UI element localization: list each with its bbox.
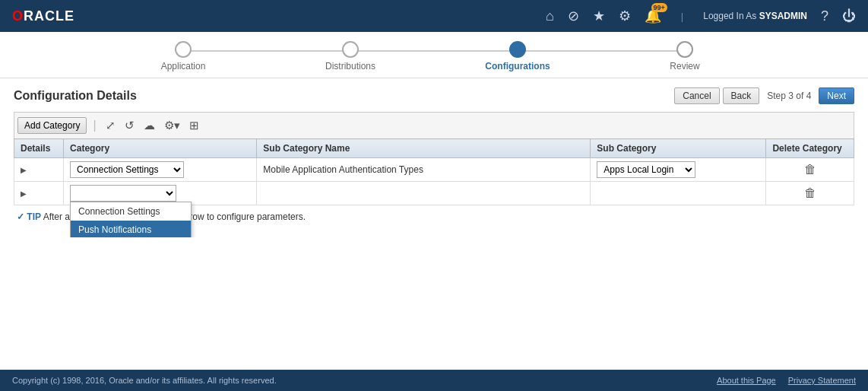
grid-icon[interactable]: ⊞	[186, 117, 202, 134]
page-title-bar: Configuration Details Cancel Back Step 3…	[14, 87, 854, 104]
page-content: Configuration Details Cancel Back Step 3…	[0, 78, 868, 237]
help-icon[interactable]: ?	[821, 8, 828, 24]
wizard-label-application: Application	[161, 61, 206, 72]
wizard-step-review[interactable]: Review	[601, 41, 768, 72]
row1-expand[interactable]: ▶	[14, 158, 64, 182]
wizard-step-configurations[interactable]: Configurations	[434, 41, 601, 72]
bell-icon[interactable]: 🔔 99+	[645, 8, 661, 24]
header-left: ORACLE	[12, 8, 74, 24]
wizard-label-distributions: Distributions	[325, 61, 375, 72]
table-row: ▶ Connection Settings Push Notifications	[14, 182, 854, 205]
wizard-step-application[interactable]: Application	[100, 41, 267, 72]
wizard-steps: Application Distributions Configurations…	[0, 32, 868, 78]
row1-sub-category: Apps Local Login	[591, 158, 766, 182]
row1-category: Connection Settings	[64, 158, 257, 182]
row1-delete[interactable]: 🗑	[766, 158, 854, 182]
dropdown-item-connection-settings[interactable]: Connection Settings	[71, 202, 191, 221]
category-dropdown-container: Connection Settings Push Notifications	[70, 185, 176, 202]
row2-sub-category	[591, 182, 766, 205]
wizard-circle-distributions	[342, 41, 359, 58]
delete-icon-2[interactable]: 🗑	[772, 186, 847, 200]
ban-icon[interactable]: ⊘	[568, 8, 579, 24]
configuration-table: Details Category Sub Category Name Sub C…	[14, 138, 854, 205]
toolbar: Add Category | ⤢ ↺ ☁ ⚙▾ ⊞	[14, 112, 854, 138]
table-row: ▶ Connection Settings Mobile Application…	[14, 158, 854, 182]
refresh-icon[interactable]: ↺	[122, 117, 138, 134]
th-delete: Delete Category	[766, 139, 854, 158]
next-button[interactable]: Next	[819, 87, 854, 104]
notification-badge: 99+	[651, 3, 667, 12]
header-icons: ⌂ ⊘ ★ ⚙ 🔔 99+ | Logged In As SYSADMIN ? …	[546, 8, 856, 24]
expand-icon[interactable]: ⤢	[103, 117, 119, 134]
category-select-2[interactable]	[70, 185, 176, 202]
row2-sub-category-name	[257, 182, 591, 205]
oracle-logo: ORACLE	[12, 8, 74, 24]
gear-icon[interactable]: ⚙	[619, 8, 631, 24]
add-category-button[interactable]: Add Category	[17, 117, 87, 134]
row2-expand[interactable]: ▶	[14, 182, 64, 205]
category-dropdown-menu: Connection Settings Push Notifications	[70, 202, 192, 237]
delete-icon-1[interactable]: 🗑	[772, 163, 847, 176]
page-title: Configuration Details	[14, 89, 137, 103]
expand-arrow-1[interactable]: ▶	[21, 166, 27, 174]
header-divider: |	[681, 11, 683, 22]
wizard-label-configurations: Configurations	[485, 61, 550, 72]
sub-category-select-1[interactable]: Apps Local Login	[597, 161, 695, 178]
back-button[interactable]: Back	[723, 87, 760, 104]
wizard-step-distributions[interactable]: Distributions	[267, 41, 434, 72]
th-details: Details	[14, 139, 64, 158]
th-category: Category	[64, 139, 257, 158]
header: ORACLE ⌂ ⊘ ★ ⚙ 🔔 99+ | Logged In As SYSA…	[0, 0, 868, 32]
save-icon[interactable]: ☁	[141, 117, 158, 134]
home-icon[interactable]: ⌂	[546, 8, 554, 24]
table-header-row: Details Category Sub Category Name Sub C…	[14, 139, 854, 158]
row2-category: Connection Settings Push Notifications	[64, 182, 257, 205]
title-actions: Cancel Back Step 3 of 4 Next	[674, 87, 854, 104]
settings-dropdown-icon[interactable]: ⚙▾	[161, 117, 183, 134]
th-sub-category: Sub Category	[591, 139, 766, 158]
cancel-button[interactable]: Cancel	[674, 87, 719, 104]
star-icon[interactable]: ★	[593, 8, 605, 24]
dropdown-item-push-notifications[interactable]: Push Notifications	[71, 221, 191, 237]
category-select-1[interactable]: Connection Settings	[70, 161, 184, 178]
tip-icon: ✓ TIP	[17, 211, 41, 222]
wizard-circle-review	[676, 41, 693, 58]
wizard-label-review: Review	[670, 61, 699, 72]
th-sub-category-name: Sub Category Name	[257, 139, 591, 158]
row2-delete[interactable]: 🗑	[766, 182, 854, 205]
header-user-info: Logged In As SYSADMIN	[703, 11, 807, 21]
row1-sub-category-name: Mobile Application Authentication Types	[257, 158, 591, 182]
expand-arrow-2[interactable]: ▶	[21, 189, 27, 198]
step-info: Step 3 of 4	[767, 91, 811, 101]
username-label: SYSADMIN	[759, 11, 807, 21]
power-icon[interactable]: ⏻	[842, 8, 856, 24]
wizard-circle-configurations	[509, 41, 526, 58]
toolbar-separator: |	[93, 119, 96, 132]
wizard-circle-application	[175, 41, 192, 58]
